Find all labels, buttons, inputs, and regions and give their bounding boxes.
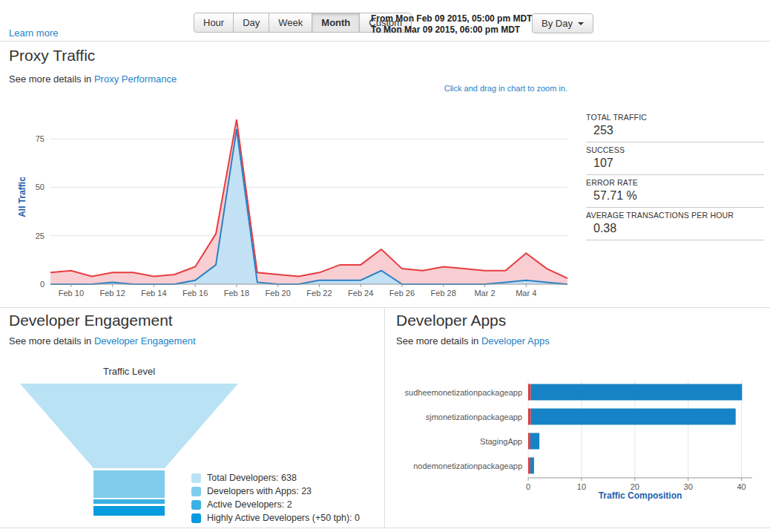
engagement-details-prefix: See more details in: [9, 335, 91, 347]
svg-text:sjmonetizationpackageapp: sjmonetizationpackageapp: [426, 413, 522, 421]
svg-text:Feb 22: Feb 22: [306, 289, 332, 298]
legend-label: Total Developers: 638: [207, 473, 297, 483]
svg-text:sudheemonetizationpackageapp: sudheemonetizationpackageapp: [405, 388, 522, 397]
proxy-details-prefix: See more details in: [9, 73, 91, 85]
apps-details-prefix: See more details in: [396, 335, 478, 347]
svg-text:0: 0: [40, 280, 45, 289]
svg-text:Feb 26: Feb 26: [389, 289, 415, 298]
legend-swatch: [191, 500, 201, 510]
legend-item-highly-active-developers: Highly Active Developers (+50 tph): 0: [191, 513, 360, 523]
proxy-performance-link[interactable]: Proxy Performance: [94, 73, 177, 85]
stat-value: 253: [586, 122, 764, 137]
svg-text:All Traffic: All Traffic: [17, 177, 27, 217]
legend-swatch: [191, 473, 201, 483]
funnel-title: Traffic Level: [18, 366, 240, 377]
date-range-from: From Mon Feb 09 2015, 05:00 pm MDT: [371, 13, 532, 24]
chevron-down-icon: [578, 22, 584, 25]
svg-text:Feb 10: Feb 10: [59, 289, 84, 298]
date-range: From Mon Feb 09 2015, 05:00 pm MDT To Mo…: [371, 13, 532, 36]
svg-text:Traffic Composition: Traffic Composition: [599, 490, 682, 501]
legend-label: Active Developers: 2: [207, 499, 292, 510]
interval-dropdown-button[interactable]: By Day: [532, 13, 593, 33]
legend-label: Developers with Apps: 23: [207, 486, 312, 496]
svg-text:nodemonetizationpackageapp: nodemonetizationpackageapp: [413, 462, 522, 470]
svg-text:Feb 18: Feb 18: [224, 289, 249, 298]
range-button-month[interactable]: Month: [312, 13, 360, 33]
svg-text:10: 10: [577, 482, 586, 491]
range-button-day[interactable]: Day: [233, 13, 269, 33]
svg-text:30: 30: [684, 482, 693, 491]
legend-item-developers-with-apps: Developers with Apps: 23: [191, 486, 360, 496]
svg-text:Mar 4: Mar 4: [516, 289, 536, 298]
range-button-hour[interactable]: Hour: [194, 13, 234, 33]
svg-text:Mar 2: Mar 2: [474, 289, 495, 298]
developer-apps-title: Developer Apps: [396, 312, 506, 329]
svg-text:25: 25: [36, 231, 45, 240]
svg-text:0: 0: [526, 482, 530, 491]
chart-zoom-hint: Click and drag in chart to zoom in.: [345, 84, 567, 93]
learn-more-link[interactable]: Learn more: [9, 27, 58, 39]
stat-total-traffic: TOTAL TRAFFIC 253: [586, 110, 764, 142]
stat-value: 57.71 %: [586, 187, 764, 203]
svg-text:75: 75: [36, 134, 45, 143]
stat-label: ERROR RATE: [586, 178, 764, 187]
section-divider: [0, 307, 770, 308]
proxy-traffic-chart[interactable]: 0255075Feb 10Feb 12Feb 14Feb 16Feb 18Feb…: [15, 104, 575, 301]
bottom-divider: [0, 528, 770, 528]
legend-label: Highly Active Developers (+50 tph): 0: [207, 513, 360, 523]
toolbar-divider: [0, 41, 770, 42]
svg-text:40: 40: [737, 482, 746, 491]
analytics-dashboard: Learn more Hour Day Week Month Custom Fr…: [0, 0, 770, 532]
stat-label: SUCCESS: [586, 145, 764, 154]
svg-text:50: 50: [36, 183, 45, 191]
svg-text:Feb 28: Feb 28: [431, 289, 456, 298]
column-divider: [384, 307, 385, 528]
legend-item-total-developers: Total Developers: 638: [191, 473, 360, 483]
engagement-details-line: See more details in Developer Engagement: [9, 335, 196, 347]
svg-text:Feb 24: Feb 24: [348, 289, 373, 298]
proxy-traffic-title: Proxy Traffic: [9, 47, 95, 65]
developer-apps-link[interactable]: Developer Apps: [481, 335, 550, 347]
developer-engagement-link[interactable]: Developer Engagement: [94, 335, 196, 347]
stat-error-rate: ERROR RATE 57.71 %: [586, 175, 764, 208]
stat-label: TOTAL TRAFFIC: [586, 113, 764, 122]
stat-avg-tph: AVERAGE TRANSACTIONS PER HOUR 0.38: [586, 208, 764, 240]
stat-success: SUCCESS 107: [586, 142, 764, 175]
stat-value: 107: [586, 154, 764, 170]
legend-item-active-developers: Active Developers: 2: [191, 499, 360, 510]
svg-text:Feb 12: Feb 12: [100, 289, 125, 298]
developer-apps-chart: 010203040sudheemonetizationpackageappsjm…: [387, 375, 763, 503]
range-button-week[interactable]: Week: [269, 13, 312, 33]
traffic-stats-panel: TOTAL TRAFFIC 253 SUCCESS 107 ERROR RATE…: [586, 110, 764, 240]
svg-text:Feb 20: Feb 20: [266, 289, 291, 298]
legend-swatch: [191, 487, 201, 496]
svg-text:Feb 16: Feb 16: [182, 289, 208, 298]
interval-dropdown-label: By Day: [542, 18, 573, 29]
apps-details-line: See more details in Developer Apps: [396, 335, 550, 347]
stat-value: 0.38: [586, 220, 764, 235]
proxy-details-line: See more details in Proxy Performance: [9, 73, 177, 85]
svg-text:Feb 14: Feb 14: [141, 289, 166, 298]
funnel-legend: Total Developers: 638 Developers with Ap…: [191, 473, 360, 526]
date-range-to: To Mon Mar 09 2015, 06:00 pm MDT: [371, 24, 532, 36]
stat-label: AVERAGE TRANSACTIONS PER HOUR: [586, 211, 764, 220]
developer-engagement-title: Developer Engagement: [9, 312, 173, 329]
svg-text:StagingApp: StagingApp: [480, 437, 522, 446]
legend-swatch: [191, 513, 201, 523]
